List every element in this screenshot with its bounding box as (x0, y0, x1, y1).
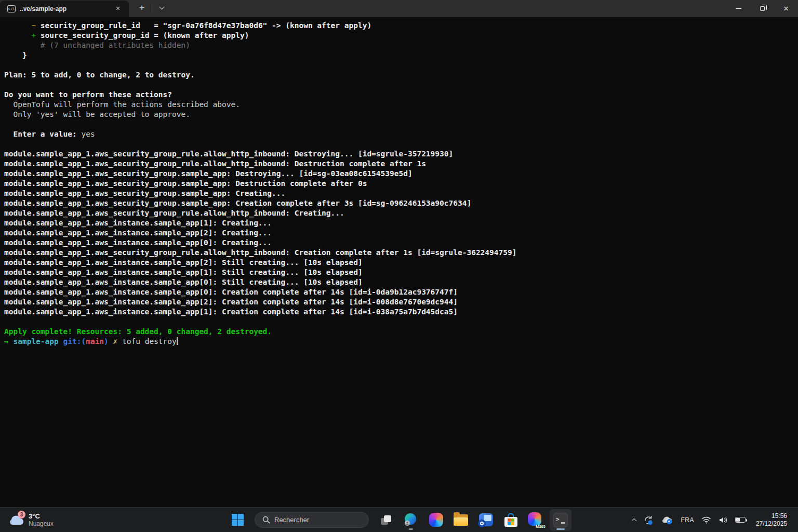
terminal-line (4, 80, 798, 90)
close-icon: × (783, 4, 789, 13)
terminal-line: module.sample_app_1.aws_instance.sample_… (4, 218, 798, 228)
tabbar-divider (152, 4, 152, 12)
terminal-icon: > (553, 513, 568, 527)
terminal-line: Apply complete! Resources: 5 added, 0 ch… (4, 327, 798, 337)
app-outlook[interactable] (475, 509, 497, 531)
terminal-tab[interactable]: c:\ ..ve/sample-app × (0, 1, 129, 17)
chevron-up-icon (632, 518, 637, 524)
terminal-line: module.sample_app_1.aws_instance.sample_… (4, 307, 798, 317)
microsoft-store-icon (504, 513, 517, 527)
weather-condition: Nuageux (29, 520, 54, 527)
volume-icon (719, 516, 728, 524)
wifi-icon (701, 516, 711, 524)
window-titlebar: c:\ ..ve/sample-app × + × (0, 0, 798, 17)
task-view-icon (381, 515, 391, 525)
terminal-line: module.sample_app_1.aws_instance.sample_… (4, 258, 798, 268)
terminal-line: } (4, 50, 798, 60)
restore-button[interactable] (750, 0, 774, 17)
terminal-line: module.sample_app_1.aws_instance.sample_… (4, 238, 798, 248)
window-controls: × (726, 0, 798, 17)
m365-copilot-icon: M365 (528, 512, 543, 528)
terminal-line: Do you want to perform these actions? (4, 90, 798, 100)
battery-tray[interactable] (732, 510, 749, 530)
new-tab-button[interactable]: + (134, 1, 150, 16)
clock-tray[interactable]: 15:56 27/12/2025 (749, 510, 795, 530)
terminal-line (4, 60, 798, 70)
tab-dropdown-button[interactable] (154, 1, 169, 16)
terminal-line: module.sample_app_1.aws_instance.sample_… (4, 268, 798, 277)
terminal-line: module.sample_app_1.aws_security_group.s… (4, 189, 798, 198)
terminal-line: module.sample_app_1.aws_instance.sample_… (4, 287, 798, 297)
app-copilot[interactable] (425, 509, 447, 531)
weather-alert-badge: 3 (18, 511, 25, 518)
minimize-icon (736, 8, 741, 9)
app-m365-copilot[interactable]: M365 (525, 509, 547, 531)
terminal-line: + source_security_group_id = (known afte… (4, 31, 798, 41)
terminal-line: module.sample_app_1.aws_security_group.s… (4, 198, 798, 208)
outlook-icon (479, 513, 493, 526)
taskbar: 3 3°C Nuageux Rechercher (0, 507, 798, 532)
terminal-output[interactable]: ~ security_group_rule_id = "sgr-0a76f8d4… (0, 17, 798, 507)
weather-temperature: 3°C (29, 512, 54, 520)
terminal-line (4, 317, 798, 327)
terminal-line: Only 'yes' will be accepted to approve. (4, 110, 798, 119)
search-input[interactable]: Rechercher (255, 512, 369, 528)
windows-update-tray[interactable] (640, 510, 657, 530)
terminal-line (4, 139, 798, 149)
app-windows-terminal[interactable]: > (550, 509, 571, 531)
terminal-line: module.sample_app_1.aws_security_group.s… (4, 179, 798, 189)
copilot-icon (429, 513, 443, 527)
windows-logo-icon (231, 513, 244, 526)
wifi-tray[interactable] (698, 510, 715, 530)
language-label: FRA (681, 516, 694, 524)
onedrive-icon (661, 515, 673, 525)
edge-icon (404, 513, 418, 527)
terminal-cursor (177, 337, 178, 345)
running-indicator (409, 528, 413, 530)
terminal-line: module.sample_app_1.aws_security_group_r… (4, 248, 798, 258)
app-microsoft-store[interactable] (500, 509, 522, 531)
active-window-indicator (556, 528, 565, 530)
terminal-line: Enter a value: yes (4, 129, 798, 139)
battery-icon (735, 517, 746, 523)
task-view-button[interactable] (375, 509, 397, 531)
weather-widget[interactable]: 3 3°C Nuageux (4, 509, 57, 531)
terminal-line: module.sample_app_1.aws_security_group_r… (4, 208, 798, 218)
terminal-line: # (7 unchanged attributes hidden) (4, 41, 798, 50)
clock-date: 27/12/2025 (756, 520, 787, 528)
minimize-button[interactable] (726, 0, 750, 17)
terminal-line: module.sample_app_1.aws_security_group.s… (4, 169, 798, 179)
m365-label: M365 (536, 525, 546, 528)
terminal-line: ~ security_group_rule_id = "sgr-0a76f8d4… (4, 21, 798, 31)
terminal-line: module.sample_app_1.aws_instance.sample_… (4, 228, 798, 238)
app-edge[interactable] (400, 509, 422, 531)
chevron-down-icon (159, 5, 164, 10)
command-prompt-icon: c:\ (7, 5, 16, 12)
tab-title: ..ve/sample-app (20, 5, 108, 12)
terminal-line: OpenTofu will perform the actions descri… (4, 100, 798, 110)
tray-overflow-button[interactable] (629, 510, 640, 530)
system-tray: FRA 15:56 27/12/2025 (629, 508, 795, 532)
restore-icon (760, 6, 765, 11)
taskbar-center: Rechercher (227, 509, 571, 531)
app-file-explorer[interactable] (450, 509, 472, 531)
terminal-line: module.sample_app_1.aws_security_group_r… (4, 149, 798, 159)
terminal-line (4, 119, 798, 129)
terminal-line: Plan: 5 to add, 0 to change, 2 to destro… (4, 70, 798, 80)
update-restart-icon (643, 515, 654, 525)
onedrive-tray[interactable] (657, 510, 677, 530)
search-icon (262, 516, 270, 524)
file-explorer-icon (454, 514, 468, 526)
clock-time: 15:56 (756, 512, 787, 520)
volume-tray[interactable] (715, 510, 732, 530)
tab-close-button[interactable]: × (112, 3, 124, 15)
terminal-line: module.sample_app_1.aws_instance.sample_… (4, 297, 798, 307)
terminal-line: module.sample_app_1.aws_instance.sample_… (4, 277, 798, 287)
close-button[interactable]: × (774, 0, 798, 17)
language-indicator[interactable]: FRA (677, 510, 698, 530)
terminal-line: module.sample_app_1.aws_security_group_r… (4, 159, 798, 169)
start-button[interactable] (227, 509, 248, 531)
search-placeholder: Rechercher (274, 516, 309, 524)
terminal-line: → sample-app git:(main) ✗ tofu destroy (4, 337, 798, 347)
